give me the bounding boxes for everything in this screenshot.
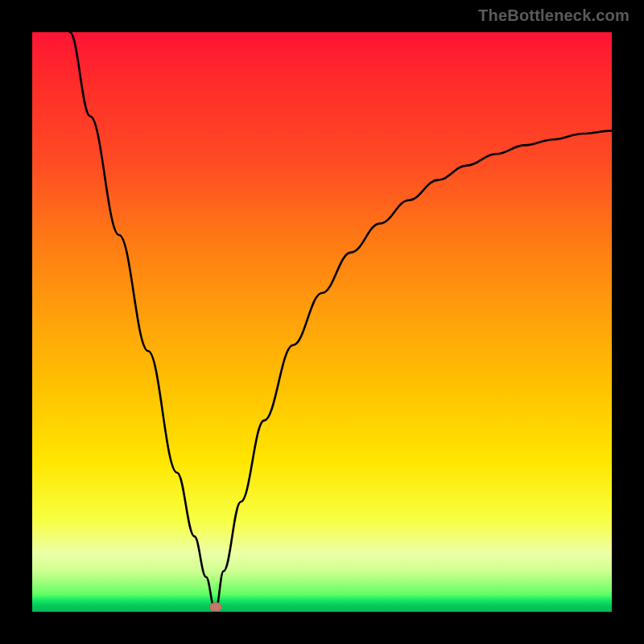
watermark-text: TheBottleneck.com (478, 6, 630, 25)
optimal-marker (209, 602, 222, 612)
plot-area (32, 32, 612, 612)
curve-path (70, 32, 612, 612)
chart-stage: TheBottleneck.com (0, 0, 644, 644)
bottleneck-curve (32, 32, 612, 612)
